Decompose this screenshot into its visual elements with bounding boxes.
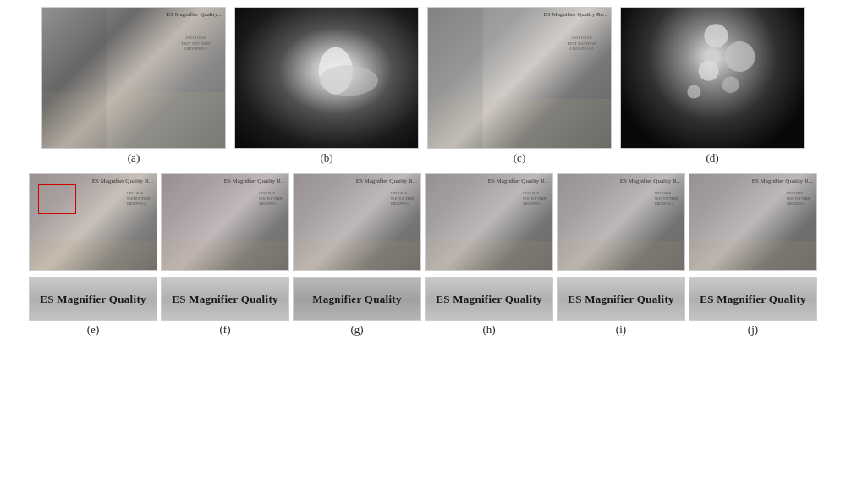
image-d <box>620 7 805 149</box>
caption-banner-i: (i) <box>616 323 626 337</box>
caption-banner-h: (h) <box>482 323 495 337</box>
img-e-overlay <box>30 174 157 270</box>
img-f-overlay <box>162 174 288 270</box>
banner-i-text: ES Magnifier Quality <box>568 293 674 306</box>
image-b <box>234 7 419 149</box>
image-item-a: ES Magnifier Quality... 1951 USAFTEST PA… <box>41 7 226 165</box>
image-item-g-med: ES Magnifier Quality R... 1951 USAFTEST … <box>293 173 421 271</box>
caption-b: (b) <box>320 151 332 165</box>
banner-h: ES Magnifier Quality <box>425 277 553 321</box>
svg-point-6 <box>704 24 728 47</box>
caption-banner-g: (g) <box>350 323 363 337</box>
svg-point-8 <box>699 61 719 81</box>
svg-point-7 <box>724 41 755 72</box>
image-item-f-med: ES Magnifier Quality R... 1951 USAFTEST … <box>161 173 289 271</box>
img-g-overlay <box>294 174 420 270</box>
caption-c: (c) <box>514 151 525 165</box>
image-item-e-med: ES Magnifier Quality R... 1951 USAFTEST … <box>29 173 157 271</box>
image-j-medium: ES Magnifier Quality R... 1951 USAFTEST … <box>689 173 817 271</box>
svg-point-10 <box>687 85 700 99</box>
image-a: ES Magnifier Quality... 1951 USAFTEST PA… <box>41 7 226 149</box>
banner-item-j: ES Magnifier Quality (j) <box>689 277 817 337</box>
image-c-overlay <box>428 8 611 148</box>
image-item-b: (b) <box>234 7 419 165</box>
banner-j-text: ES Magnifier Quality <box>700 293 806 306</box>
image-item-h-med: ES Magnifier Quality R... 1951 USAFTEST … <box>425 173 553 271</box>
banner-item-g: Magnifier Quality (g) <box>293 277 421 337</box>
caption-a: (a) <box>128 151 140 165</box>
caption-banner-j: (j) <box>748 323 758 337</box>
banner-item-f: ES Magnifier Quality (f) <box>161 277 289 337</box>
image-item-c: ES Magnifier Quality Re... 1951 USAFTEST… <box>427 7 612 165</box>
banner-e-text: ES Magnifier Quality <box>40 293 146 306</box>
banner-item-i: ES Magnifier Quality (i) <box>557 277 685 337</box>
svg-rect-14 <box>426 241 552 270</box>
row3: ES Magnifier Quality (e) ES Magnifier Qu… <box>5 277 841 337</box>
svg-point-9 <box>722 76 739 93</box>
banner-i: ES Magnifier Quality <box>557 277 685 321</box>
image-f-medium: ES Magnifier Quality R... 1951 USAFTEST … <box>161 173 289 271</box>
image-item-d: (d) <box>620 7 805 165</box>
svg-rect-16 <box>689 241 816 270</box>
image-h-medium: ES Magnifier Quality R... 1951 USAFTEST … <box>425 173 553 271</box>
banner-j: ES Magnifier Quality <box>689 277 817 321</box>
row1: ES Magnifier Quality... 1951 USAFTEST PA… <box>5 7 841 165</box>
image-b-overlay <box>235 8 418 148</box>
banner-f: ES Magnifier Quality <box>161 277 289 321</box>
image-c: ES Magnifier Quality Re... 1951 USAFTEST… <box>427 7 612 149</box>
img-i-overlay <box>558 174 684 270</box>
image-e-medium: ES Magnifier Quality R... 1951 USAFTEST … <box>29 173 157 271</box>
svg-rect-1 <box>42 8 107 148</box>
banner-f-text: ES Magnifier Quality <box>172 293 278 306</box>
image-a-overlay <box>42 8 225 148</box>
banner-item-h: ES Magnifier Quality (h) <box>425 277 553 337</box>
caption-d: (d) <box>706 151 718 165</box>
banner-h-text: ES Magnifier Quality <box>436 293 542 306</box>
caption-banner-e: (e) <box>87 323 99 337</box>
svg-rect-11 <box>30 241 157 270</box>
banner-e: ES Magnifier Quality <box>29 277 157 321</box>
main-container: ES Magnifier Quality... 1951 USAFTEST PA… <box>0 0 846 504</box>
svg-rect-5 <box>428 8 483 148</box>
image-d-overlay <box>621 8 804 148</box>
svg-rect-13 <box>294 241 420 270</box>
image-item-i-med: ES Magnifier Quality R... 1951 USAFTEST … <box>557 173 685 271</box>
image-item-j-med: ES Magnifier Quality R... 1951 USAFTEST … <box>689 173 817 271</box>
caption-banner-f: (f) <box>220 323 231 337</box>
row2: ES Magnifier Quality R... 1951 USAFTEST … <box>5 173 841 271</box>
svg-point-3 <box>319 65 378 96</box>
img-h-overlay <box>426 174 552 270</box>
image-g-medium: ES Magnifier Quality R... 1951 USAFTEST … <box>293 173 421 271</box>
svg-rect-15 <box>558 241 684 270</box>
banner-g: Magnifier Quality <box>293 277 421 321</box>
image-i-medium: ES Magnifier Quality R... 1951 USAFTEST … <box>557 173 685 271</box>
svg-rect-12 <box>162 241 288 270</box>
banner-g-text: Magnifier Quality <box>312 293 402 306</box>
img-j-overlay <box>689 174 816 270</box>
banner-item-e: ES Magnifier Quality (e) <box>29 277 157 337</box>
